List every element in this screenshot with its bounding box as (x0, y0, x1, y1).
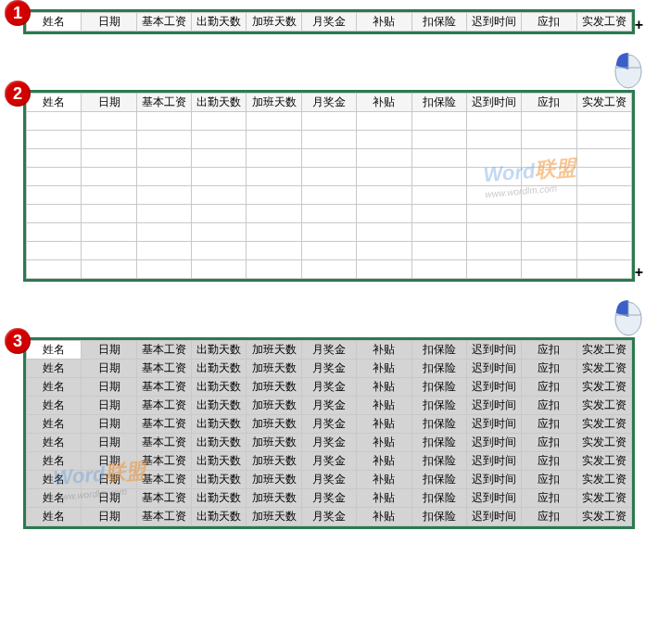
cell[interactable] (247, 168, 301, 186)
cell[interactable] (357, 260, 411, 279)
cell[interactable]: 应扣 (522, 452, 576, 471)
cell[interactable]: 日期 (82, 341, 136, 360)
cell[interactable]: 实发工资 (576, 378, 631, 397)
cell[interactable]: 补贴 (357, 434, 411, 452)
cell[interactable]: 实发工资 (576, 360, 631, 378)
cell[interactable]: 日期 (82, 360, 136, 378)
cell[interactable] (82, 223, 136, 242)
cell[interactable]: 迟到时间 (466, 471, 521, 489)
header-cell[interactable]: 加班天数 (247, 94, 301, 112)
cell[interactable]: 日期 (82, 397, 136, 415)
cell[interactable]: 应扣 (522, 434, 576, 452)
cell[interactable] (411, 131, 466, 149)
cell[interactable] (522, 242, 576, 260)
cell[interactable]: 加班天数 (247, 415, 301, 434)
cell[interactable]: 应扣 (522, 415, 576, 434)
cell[interactable]: 实发工资 (576, 434, 631, 452)
cell[interactable] (27, 149, 82, 168)
data-row[interactable]: 姓名日期基本工资出勤天数加班天数月奖金补贴扣保险迟到时间应扣实发工资 (27, 489, 632, 508)
cell[interactable]: 应扣 (522, 508, 576, 526)
cell[interactable]: 基本工资 (136, 434, 191, 452)
cell[interactable]: 加班天数 (247, 452, 301, 471)
cell[interactable] (192, 186, 247, 205)
cell[interactable] (522, 223, 576, 242)
cell[interactable] (576, 112, 631, 131)
cell[interactable] (522, 149, 576, 168)
cell[interactable]: 扣保险 (411, 489, 466, 508)
cell[interactable] (301, 260, 356, 279)
cell[interactable]: 出勤天数 (192, 452, 247, 471)
cell[interactable]: 扣保险 (411, 508, 466, 526)
cell[interactable] (301, 149, 356, 168)
cell[interactable] (82, 186, 136, 205)
table-1[interactable]: 姓名日期基本工资出勤天数加班天数月奖金补贴扣保险迟到时间应扣实发工资 (26, 12, 632, 32)
cell[interactable]: 应扣 (522, 341, 576, 360)
cell[interactable] (192, 168, 247, 186)
header-cell[interactable]: 月奖金 (301, 13, 356, 32)
cell[interactable]: 出勤天数 (192, 489, 247, 508)
cell[interactable]: 应扣 (522, 489, 576, 508)
cell[interactable] (136, 131, 191, 149)
cell[interactable] (27, 186, 82, 205)
cell[interactable]: 基本工资 (136, 397, 191, 415)
cell[interactable]: 姓名 (27, 397, 82, 415)
cell[interactable]: 迟到时间 (466, 360, 521, 378)
cell[interactable]: 迟到时间 (466, 397, 521, 415)
empty-row[interactable] (27, 260, 632, 279)
cell[interactable]: 日期 (82, 452, 136, 471)
header-cell[interactable]: 出勤天数 (192, 13, 247, 32)
header-cell[interactable]: 姓名 (27, 94, 82, 112)
cell[interactable]: 月奖金 (301, 341, 356, 360)
cell[interactable]: 加班天数 (247, 397, 301, 415)
header-row[interactable]: 姓名日期基本工资出勤天数加班天数月奖金补贴扣保险迟到时间应扣实发工资 (27, 13, 632, 32)
cell[interactable]: 基本工资 (136, 452, 191, 471)
cell[interactable] (466, 242, 521, 260)
cell[interactable] (192, 223, 247, 242)
cell[interactable] (357, 205, 411, 223)
header-cell[interactable]: 日期 (82, 13, 136, 32)
header-cell[interactable]: 基本工资 (136, 94, 191, 112)
cell[interactable] (522, 112, 576, 131)
cell[interactable]: 基本工资 (136, 508, 191, 526)
cell[interactable] (522, 186, 576, 205)
cell[interactable] (466, 112, 521, 131)
cell[interactable] (357, 168, 411, 186)
cell[interactable] (27, 168, 82, 186)
header-cell[interactable]: 实发工资 (576, 13, 631, 32)
cell[interactable] (576, 205, 631, 223)
cell[interactable]: 补贴 (357, 341, 411, 360)
cell[interactable]: 加班天数 (247, 489, 301, 508)
cell[interactable] (357, 242, 411, 260)
empty-row[interactable] (27, 131, 632, 149)
cell[interactable]: 迟到时间 (466, 378, 521, 397)
cell[interactable]: 迟到时间 (466, 508, 521, 526)
cell[interactable] (357, 223, 411, 242)
cell[interactable]: 迟到时间 (466, 452, 521, 471)
cell[interactable]: 月奖金 (301, 489, 356, 508)
cell[interactable] (27, 260, 82, 279)
cell[interactable] (247, 242, 301, 260)
cell[interactable] (466, 223, 521, 242)
cell[interactable]: 出勤天数 (192, 397, 247, 415)
cell[interactable] (301, 242, 356, 260)
empty-row[interactable] (27, 242, 632, 260)
cell[interactable] (576, 186, 631, 205)
cell[interactable] (82, 149, 136, 168)
cell[interactable] (576, 223, 631, 242)
cell[interactable]: 应扣 (522, 360, 576, 378)
cell[interactable]: 月奖金 (301, 378, 356, 397)
empty-row[interactable] (27, 186, 632, 205)
cell[interactable]: 月奖金 (301, 508, 356, 526)
cell[interactable]: 应扣 (522, 378, 576, 397)
cell[interactable]: 姓名 (27, 341, 82, 360)
cell[interactable] (466, 149, 521, 168)
cell[interactable] (82, 260, 136, 279)
cell[interactable]: 实发工资 (576, 415, 631, 434)
cell[interactable]: 扣保险 (411, 378, 466, 397)
header-cell[interactable]: 加班天数 (247, 13, 301, 32)
cell[interactable] (247, 149, 301, 168)
cell[interactable]: 日期 (82, 378, 136, 397)
cell[interactable] (576, 260, 631, 279)
cell[interactable]: 出勤天数 (192, 508, 247, 526)
cell[interactable]: 月奖金 (301, 471, 356, 489)
